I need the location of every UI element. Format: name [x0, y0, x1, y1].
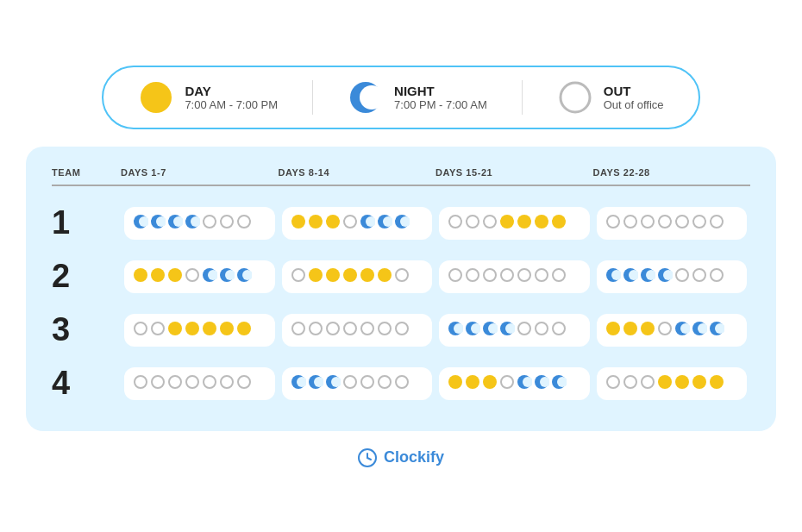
svg-point-2 [360, 85, 384, 110]
moon-cell-icon [360, 214, 375, 229]
moon-cell-icon [202, 267, 217, 283]
sun-cell-icon [551, 214, 567, 229]
svg-point-124 [379, 376, 391, 388]
table-body: 1234 [52, 197, 750, 410]
day-cell-2-2 [439, 314, 590, 347]
sun-cell-icon [236, 321, 252, 336]
out-cell-icon [219, 214, 235, 229]
out-cell-icon [605, 374, 621, 390]
svg-point-128 [483, 375, 497, 389]
out-cell-icon [605, 214, 621, 229]
moon-cell-icon [308, 374, 323, 390]
out-cell-icon [551, 267, 567, 283]
sun-cell-icon [377, 267, 392, 283]
moon-cell-icon [657, 267, 673, 283]
svg-point-113 [204, 376, 216, 388]
sun-cell-icon [133, 267, 148, 283]
sun-cell-icon [709, 374, 724, 390]
svg-point-60 [518, 269, 530, 281]
day-cell-3-1 [282, 367, 433, 400]
out-cell-icon [465, 214, 480, 229]
svg-point-126 [448, 375, 462, 389]
out-cell-icon [185, 267, 200, 283]
moon-cell-icon [692, 321, 707, 336]
svg-point-102 [659, 322, 671, 335]
svg-point-18 [344, 216, 356, 228]
svg-point-138 [642, 376, 654, 388]
out-cell-icon [623, 214, 638, 229]
svg-point-141 [692, 375, 706, 389]
out-icon [557, 79, 593, 116]
out-cell-icon [291, 321, 306, 336]
out-cell-icon [534, 321, 549, 336]
svg-point-72 [693, 269, 705, 281]
day-cell-3-3 [597, 367, 748, 400]
sun-cell-icon [360, 267, 375, 283]
svg-point-25 [449, 216, 461, 228]
out-cell-icon [640, 374, 655, 390]
out-cell-icon [499, 267, 515, 283]
day-cell-3-2 [439, 367, 590, 400]
sun-cell-icon [185, 321, 200, 336]
sun-cell-icon [482, 374, 498, 390]
out-cell-icon [236, 374, 252, 390]
day-cell-1-3 [597, 260, 748, 293]
day-cell-0-1 [282, 207, 433, 240]
moon-cell-icon [482, 321, 498, 336]
out-cell-icon [360, 321, 375, 336]
sun-cell-icon [465, 374, 480, 390]
svg-point-142 [710, 375, 724, 389]
out-cell-icon [623, 374, 638, 390]
sun-cell-icon [640, 321, 655, 336]
moon-cell-icon [551, 374, 567, 390]
moon-cell-icon [291, 374, 306, 390]
out-cell-icon [325, 321, 341, 336]
sun-cell-icon [325, 214, 341, 229]
out-cell-icon [657, 214, 673, 229]
svg-point-33 [624, 216, 636, 228]
out-cell-icon [448, 214, 463, 229]
out-cell-icon [482, 214, 498, 229]
svg-point-74 [135, 322, 147, 335]
sun-cell-icon [692, 374, 707, 390]
svg-point-115 [238, 376, 250, 388]
out-cell-icon [202, 374, 217, 390]
svg-point-114 [221, 376, 233, 388]
sun-cell-icon [342, 267, 358, 283]
svg-point-79 [220, 322, 234, 335]
moon-cell-icon [394, 214, 410, 229]
svg-point-54 [378, 268, 392, 282]
svg-point-101 [641, 322, 655, 335]
svg-point-62 [553, 269, 565, 281]
svg-point-81 [292, 322, 304, 335]
svg-point-55 [396, 269, 408, 281]
svg-point-52 [343, 268, 357, 282]
clockify-logo-icon [358, 448, 377, 467]
legend-out: OUT Out of office [557, 79, 664, 116]
sun-cell-icon [623, 321, 638, 336]
out-cell-icon [534, 267, 549, 283]
out-cell-icon [377, 374, 392, 390]
sun-cell-icon [150, 267, 166, 283]
svg-point-15 [291, 215, 305, 228]
legend-out-label: OUT [604, 84, 664, 98]
sun-cell-icon [167, 267, 183, 283]
col-days2: DAYS 8-14 [279, 167, 436, 178]
legend-out-sublabel: Out of office [604, 98, 664, 111]
day-cell-2-1 [282, 314, 433, 347]
svg-point-82 [310, 322, 322, 335]
svg-point-122 [344, 376, 356, 388]
moon-cell-icon [465, 321, 480, 336]
svg-point-73 [711, 269, 723, 281]
divider-2 [522, 80, 523, 115]
table-row: 3 [52, 304, 750, 357]
svg-point-39 [134, 268, 147, 282]
svg-point-12 [204, 216, 216, 228]
team-num-2: 2 [52, 258, 121, 295]
legend-night: NIGHT 7:00 PM - 7:00 AM [348, 79, 487, 116]
svg-point-59 [501, 269, 513, 281]
svg-point-83 [327, 322, 339, 335]
svg-point-75 [152, 322, 164, 335]
out-cell-icon [219, 374, 235, 390]
team-num-4: 4 [52, 365, 121, 402]
